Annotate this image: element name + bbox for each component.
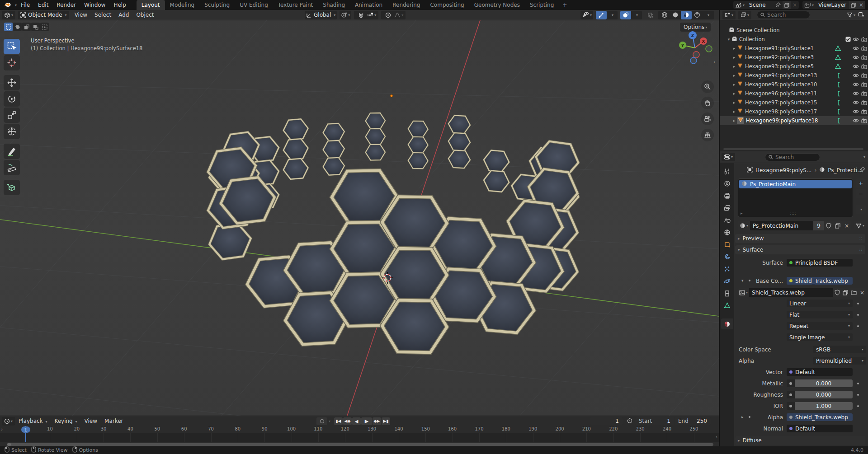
property-dropdown[interactable]: sRGB▾ — [813, 346, 866, 353]
decorator-dot[interactable] — [857, 314, 859, 316]
browse-material-button[interactable]: ▾ — [738, 221, 750, 230]
property-field[interactable]: Shield_Tracks.webp — [787, 277, 853, 285]
tab-data[interactable] — [721, 300, 733, 311]
outliner-row-collection[interactable]: ▾Collection — [720, 35, 868, 44]
shading-material-button[interactable] — [681, 11, 692, 19]
xray-toggle[interactable] — [645, 11, 656, 19]
tool-measure[interactable] — [4, 160, 20, 175]
pan-hand-button[interactable] — [701, 97, 714, 109]
unlink-material-button[interactable]: × — [842, 221, 851, 230]
expand-caret[interactable]: ▸ — [731, 82, 737, 87]
timeline-scrollbar-handle[interactable] — [8, 443, 713, 446]
play-button[interactable]: ▶ — [361, 417, 372, 425]
pivot-point-selector[interactable]: ▾ — [340, 11, 351, 19]
scene-icon[interactable]: ▾ — [733, 1, 746, 9]
expand-caret[interactable]: ▸ — [731, 73, 737, 78]
pin-icon[interactable] — [774, 1, 783, 9]
disable-render-camera-icon[interactable] — [861, 64, 867, 69]
scene-copy-button[interactable] — [783, 1, 791, 9]
shading-wireframe-button[interactable] — [659, 11, 670, 19]
outliner-search[interactable]: Search — [757, 11, 810, 19]
material-name-field[interactable]: Ps_ProtectioMain — [750, 221, 813, 230]
menu-file[interactable]: File — [17, 0, 34, 10]
timeline-menu-marker[interactable]: Marker — [101, 418, 127, 424]
outliner-row-object[interactable]: ▸Hexagone99:polySurface18 — [720, 116, 868, 125]
shading-dropdown[interactable]: ▾ — [703, 11, 713, 19]
camera-view-button[interactable] — [701, 112, 714, 125]
image-name-field[interactable]: Shield_Tracks.webp — [749, 288, 833, 297]
sidebar-collapse-arrow[interactable]: ‹ — [713, 59, 715, 65]
properties-pin-icon[interactable] — [859, 167, 865, 174]
panel-preview[interactable]: ▸Preview∷ — [735, 234, 865, 243]
property-field[interactable]: Shield_Tracks.webp — [787, 413, 853, 421]
outliner-row-object[interactable]: ▸Hexagone97:polySurface15 — [720, 98, 868, 107]
outliner-row-object[interactable]: ▸Hexagone95:polySurface10 — [720, 80, 868, 89]
tab-physics[interactable] — [721, 276, 733, 286]
workspace-tab-texture-paint[interactable]: Texture Paint — [273, 0, 318, 10]
tab-particles[interactable] — [721, 263, 733, 274]
hide-eye-icon[interactable] — [853, 118, 859, 123]
select-mode-subtract[interactable] — [22, 23, 31, 31]
snap-with-selector[interactable]: ▾ — [366, 11, 377, 19]
snap-magnet-icon[interactable] — [355, 11, 366, 19]
timeline-menu-view[interactable]: View — [81, 418, 101, 424]
outliner-row-object[interactable]: ▸Hexagone91:polySurface1 — [720, 44, 868, 53]
workspace-tab-rendering[interactable]: Rendering — [387, 0, 425, 10]
tool-add-cube[interactable] — [4, 180, 20, 195]
timeline-menu-keying[interactable]: Keying ▾ — [51, 418, 80, 424]
material-slot-row[interactable]: Ps_ProtectioMain — [739, 180, 852, 188]
tool-rotate[interactable] — [4, 91, 20, 107]
current-frame-badge[interactable]: 1 — [21, 426, 30, 433]
next-keyframe-button[interactable]: ◆▶ — [373, 417, 381, 425]
zoom-button[interactable] — [701, 80, 714, 93]
toggle-orthographic-button[interactable] — [701, 129, 714, 141]
scene-name[interactable]: Scene — [746, 2, 774, 8]
hide-eye-icon[interactable] — [853, 73, 859, 78]
tool-transform[interactable] — [4, 124, 20, 139]
tab-view-layer[interactable] — [721, 202, 733, 213]
outliner-row-object[interactable]: ▸Hexagone93:polySurface5 — [720, 62, 868, 71]
shading-rendered-button[interactable] — [692, 11, 703, 19]
viewlayer-copy-button[interactable] — [849, 1, 857, 9]
viewlayer-icon[interactable]: ▾ — [802, 1, 816, 9]
material-slot-specials-button[interactable]: ▾ — [856, 205, 866, 214]
workspace-tab-uv-editing[interactable]: UV Editing — [235, 0, 273, 10]
breadcrumb-object[interactable]: Hexagone99:polyS... — [755, 167, 811, 173]
decorator-dot[interactable] — [857, 394, 859, 396]
frame-start-field[interactable]: Start1 — [635, 417, 674, 425]
property-dropdown[interactable]: Single Image▾ — [787, 333, 853, 341]
tab-tool[interactable] — [721, 166, 733, 177]
properties-search[interactable]: Search — [765, 153, 820, 161]
gizmo-y-neg-axis[interactable] — [706, 46, 712, 52]
timeline-collapse-arrow[interactable]: ‹ — [716, 434, 717, 439]
viewlayer-name[interactable]: ViewLayer — [816, 2, 849, 8]
disable-render-camera-icon[interactable] — [861, 37, 867, 42]
properties-editor-type-button[interactable]: ▾ — [722, 153, 735, 161]
tab-render[interactable] — [721, 178, 733, 189]
hide-eye-icon[interactable] — [853, 82, 859, 87]
expand-caret[interactable]: ▸ — [731, 91, 737, 96]
play-reverse-button[interactable]: ◀ — [352, 417, 361, 425]
timeline-tick-area[interactable] — [0, 433, 719, 442]
menu-window[interactable]: Window — [80, 0, 109, 10]
tab-output[interactable] — [721, 190, 733, 201]
property-slider[interactable]: 0.000 — [787, 391, 853, 398]
timeline-menu-playback[interactable]: Playback ▾ — [15, 418, 51, 424]
viewport-menu-object[interactable]: Object — [132, 12, 157, 18]
workspace-tab-layout[interactable]: Layout — [137, 0, 165, 10]
hide-eye-icon[interactable] — [853, 100, 859, 105]
decorator-dot[interactable] — [857, 303, 859, 304]
property-field[interactable]: Default — [787, 425, 853, 432]
menu-edit[interactable]: Edit — [34, 0, 52, 10]
property-dropdown[interactable]: Linear▾ — [787, 300, 853, 307]
outliner-filter-id-type[interactable]: ▾ — [738, 11, 751, 19]
hide-eye-icon[interactable] — [853, 55, 859, 60]
unlink-image-button[interactable]: × — [858, 288, 866, 297]
property-slider[interactable]: 1.000 — [787, 402, 853, 410]
outliner-row-object[interactable]: ▸Hexagone96:polySurface11 — [720, 89, 868, 98]
viewlayer-delete-button[interactable]: × — [857, 1, 865, 9]
property-dropdown[interactable]: Flat▾ — [787, 311, 853, 318]
remove-material-slot-button[interactable]: − — [856, 189, 866, 198]
scene-delete-button[interactable]: × — [791, 1, 799, 9]
disable-render-camera-icon[interactable] — [861, 91, 867, 96]
